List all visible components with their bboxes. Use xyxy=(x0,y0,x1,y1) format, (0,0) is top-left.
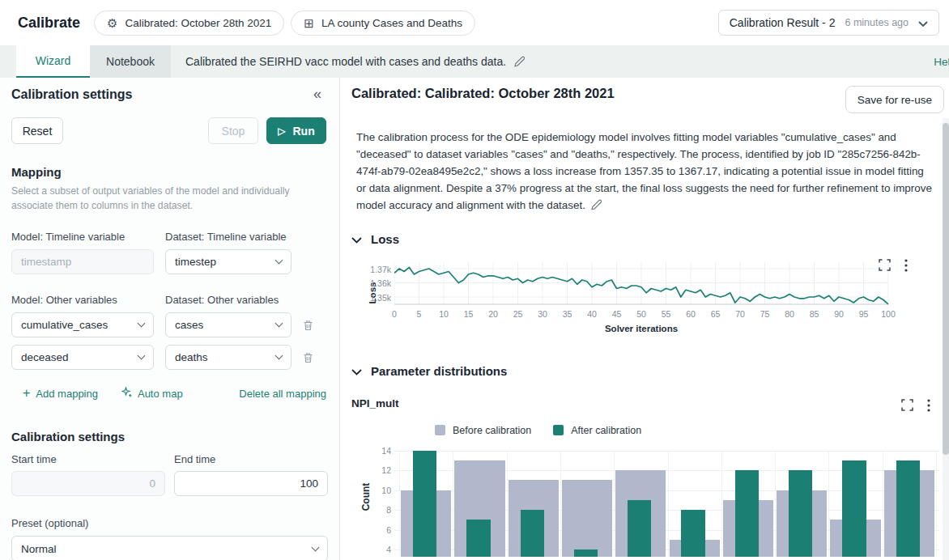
histogram-bin xyxy=(401,446,451,557)
x-tick-label: 85 xyxy=(810,309,819,319)
gridline xyxy=(614,451,615,557)
gridline xyxy=(560,451,561,557)
save-for-reuse-button[interactable]: Save for re-use xyxy=(845,86,944,113)
loss-y-ticks: 1.37k1.36k1.35k xyxy=(365,262,391,306)
edit-description-pencil-icon[interactable] xyxy=(513,56,525,67)
histogram-bin xyxy=(562,446,612,557)
tab-wizard[interactable]: Wizard xyxy=(16,45,90,78)
gridline xyxy=(828,451,829,557)
help-link[interactable]: Help xyxy=(934,45,949,78)
loss-line-plot xyxy=(394,262,890,307)
end-time-input[interactable]: 100 xyxy=(174,471,328,496)
preset-value: Normal xyxy=(21,543,57,555)
legend-before-label: Before calibration xyxy=(453,425,531,436)
bar-after-calibration xyxy=(735,470,759,557)
loss-x-ticks: 0510152025303540455055606570758085909510… xyxy=(394,309,888,320)
sparkle-icon xyxy=(121,387,132,400)
dataset-timeline-label: Dataset: Timeline variable xyxy=(165,231,292,243)
y-tick-label: 1.36k xyxy=(370,278,391,288)
add-mapping-label: Add mapping xyxy=(36,388,98,400)
chevron-down-icon xyxy=(138,320,146,328)
bar-after-calibration xyxy=(466,520,490,556)
kebab-menu-icon[interactable] xyxy=(904,259,908,272)
x-tick-label: 20 xyxy=(488,309,498,319)
preset-label: Preset (optional) xyxy=(11,517,326,529)
model-chip[interactable]: ⚙ Calibrated: October 28th 2021 xyxy=(94,11,284,36)
table-icon: ⊞ xyxy=(304,17,314,29)
reset-button[interactable]: Reset xyxy=(11,117,63,144)
loss-section-header[interactable]: Loss xyxy=(351,232,949,246)
dataset-variable-select[interactable]: cases xyxy=(165,312,292,337)
x-tick-label: 75 xyxy=(760,309,770,319)
histogram-bin xyxy=(723,446,773,557)
x-tick-label: 5 xyxy=(417,309,422,319)
model-variable-select[interactable]: deceased xyxy=(11,345,154,370)
x-tick-label: 30 xyxy=(538,309,547,319)
gridline xyxy=(721,451,722,557)
play-icon: ▷ xyxy=(278,126,285,136)
start-time-input: 0 xyxy=(11,471,165,496)
mapping-row: cumulative_cases cases xyxy=(11,312,326,337)
parameter-distributions-label: Parameter distributions xyxy=(371,364,507,378)
x-tick-label: 25 xyxy=(513,309,523,319)
dataset-chip[interactable]: ⊞ LA county Cases and Deaths xyxy=(291,11,475,36)
tab-bar: Wizard Notebook Calibrated the SEIRHD va… xyxy=(0,45,949,78)
result-selector-timestamp: 6 minutes ago xyxy=(845,17,909,28)
vertical-scrollbar xyxy=(943,118,949,560)
legend-swatch-before xyxy=(435,425,445,435)
y-tick-label: 6 xyxy=(386,525,391,535)
calibration-settings-panel: Calibration settings « Reset Stop ▷ Run … xyxy=(0,78,340,560)
dataset-timeline-select[interactable]: timestep xyxy=(165,249,292,274)
collapse-panel-icon[interactable]: « xyxy=(313,86,321,103)
preset-select[interactable]: Normal xyxy=(11,536,328,560)
model-other-label: Model: Other variables xyxy=(11,294,154,306)
delete-mapping-trash-icon[interactable] xyxy=(303,352,319,363)
expand-chart-icon[interactable] xyxy=(879,259,891,271)
gridline xyxy=(775,451,776,557)
model-variable-select[interactable]: cumulative_cases xyxy=(11,312,154,337)
run-button[interactable]: ▷ Run xyxy=(266,117,326,144)
run-button-label: Run xyxy=(293,125,315,138)
x-tick-label: 10 xyxy=(439,309,449,319)
app-title: Calibrate xyxy=(18,15,80,32)
x-tick-label: 35 xyxy=(563,309,572,319)
x-tick-label: 50 xyxy=(636,309,646,319)
context-chips: ⚙ Calibrated: October 28th 2021 ⊞ LA cou… xyxy=(94,11,475,36)
gridline xyxy=(453,451,453,557)
auto-map-label: Auto map xyxy=(138,388,183,400)
expand-chart-icon[interactable] xyxy=(901,399,913,411)
loss-x-axis-label: Solver iterations xyxy=(394,324,888,333)
tab-notebook[interactable]: Notebook xyxy=(90,45,171,78)
x-tick-label: 45 xyxy=(612,309,622,319)
bar-after-calibration xyxy=(413,451,436,557)
y-tick-label: 12 xyxy=(381,465,391,475)
loss-chart: Loss 1.37k1.36k1.35k 0510152025303540455… xyxy=(341,257,949,351)
x-tick-label: 0 xyxy=(392,309,397,319)
bar-after-calibration xyxy=(681,510,704,557)
histogram-legend: Before calibration After calibration xyxy=(435,425,949,436)
kebab-menu-icon[interactable] xyxy=(927,399,930,412)
x-tick-label: 55 xyxy=(662,309,671,319)
legend-after-label: After calibration xyxy=(571,425,641,436)
bar-after-calibration xyxy=(789,470,812,557)
parameter-distributions-section-header[interactable]: Parameter distributions xyxy=(351,364,949,378)
mapping-description: Select a subset of output variables of t… xyxy=(11,185,300,213)
add-mapping-link[interactable]: + Add mapping xyxy=(23,386,98,401)
scrollbar-thumb[interactable] xyxy=(943,123,949,455)
calibration-result-selector[interactable]: Calibration Result - 2 6 minutes ago xyxy=(718,10,939,36)
calibration-description-row: Calibrated the SEIRHD vacc model with ca… xyxy=(185,45,525,78)
delete-mapping-trash-icon[interactable] xyxy=(303,320,319,331)
delete-all-mapping-link[interactable]: Delete all mapping xyxy=(239,388,326,400)
parameter-histogram: Count 141210864 xyxy=(341,446,949,557)
edit-summary-pencil-icon[interactable] xyxy=(590,199,602,210)
dataset-variable-value: deaths xyxy=(175,351,208,363)
chevron-down-icon xyxy=(275,352,283,360)
chevron-down-icon xyxy=(351,232,362,246)
bar-after-calibration xyxy=(521,510,544,557)
gridline xyxy=(399,451,400,557)
gridline xyxy=(883,451,883,557)
dataset-variable-select[interactable]: deaths xyxy=(165,345,292,370)
histogram-bin xyxy=(830,446,880,557)
calibration-summary: The calibration process for the ODE epid… xyxy=(356,129,934,214)
auto-map-link[interactable]: Auto map xyxy=(121,387,183,400)
